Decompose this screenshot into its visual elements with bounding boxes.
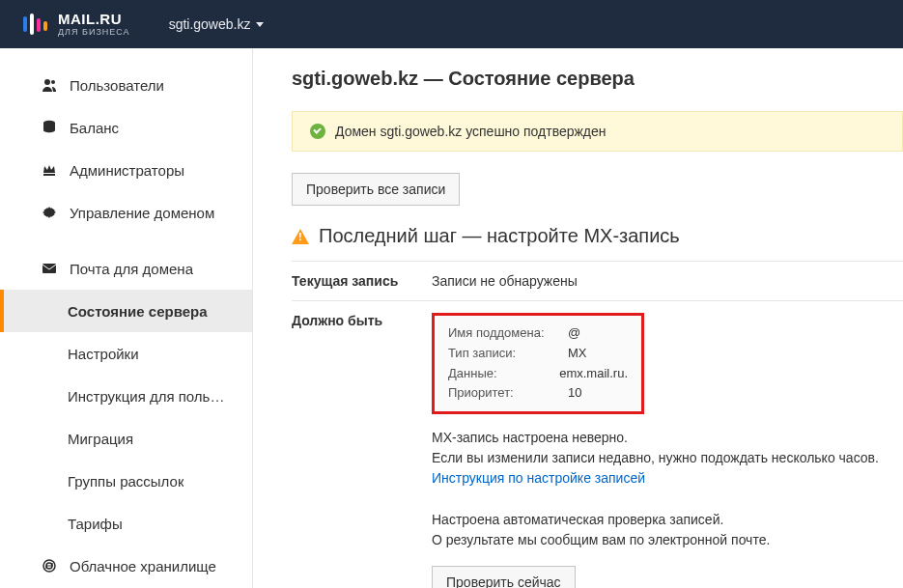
sidebar-item-settings[interactable]: Настройки bbox=[0, 332, 252, 375]
app-header: MAIL.RU ДЛЯ БИЗНЕСА sgti.goweb.kz bbox=[0, 0, 903, 48]
envelope-icon bbox=[41, 260, 58, 277]
svg-rect-3 bbox=[43, 21, 47, 31]
kv-key: Приоритет: bbox=[448, 383, 554, 404]
sidebar-item-label: Настройки bbox=[68, 346, 139, 362]
current-domain-label: sgti.goweb.kz bbox=[169, 16, 251, 32]
sidebar-item-server-status[interactable]: Состояние сервера bbox=[0, 290, 252, 332]
sidebar-item-label: Миграция bbox=[68, 431, 133, 447]
sidebar-item-users[interactable]: Пользователи bbox=[0, 64, 252, 106]
sidebar-item-label: Тарифы bbox=[68, 516, 123, 532]
users-icon bbox=[41, 76, 58, 94]
sidebar-item-label: Инструкция для поль… bbox=[68, 388, 224, 405]
check-circle-icon bbox=[310, 124, 325, 139]
followup-line: Настроена автоматическая проверка записе… bbox=[432, 510, 903, 530]
sidebar-item-label: Облачное хранилище bbox=[41, 558, 216, 574]
sidebar-item-migration[interactable]: Миграция bbox=[0, 417, 252, 460]
mx-setup-heading: Последний шаг — настройте МХ-запись bbox=[292, 225, 903, 247]
sidebar: Пользователи Баланс Администраторы Управ… bbox=[0, 48, 253, 588]
check-all-records-button[interactable]: Проверить все записи bbox=[292, 173, 460, 206]
table-row: Должно быть Имя поддомена:@ Тип записи:M… bbox=[292, 301, 903, 588]
expected-record-label: Должно быть bbox=[292, 313, 432, 588]
sidebar-item-domain-mail[interactable]: Почта для домена bbox=[0, 247, 252, 290]
gear-icon bbox=[41, 204, 58, 221]
kv-key: Имя поддомена: bbox=[448, 323, 554, 344]
alert-domain-verified: Домен sgti.goweb.kz успешно подтвержден bbox=[292, 111, 903, 152]
expected-mx-box: Имя поддомена:@ Тип записи:MX Данные:emx… bbox=[432, 313, 644, 414]
page-title: sgti.goweb.kz — Состояние сервера bbox=[292, 68, 903, 90]
kv-value: @ bbox=[568, 323, 580, 344]
sidebar-item-tariffs[interactable]: Тарифы bbox=[0, 502, 252, 545]
domain-switcher[interactable]: sgti.goweb.kz bbox=[169, 16, 265, 32]
mx-info-table: Текущая запись Записи не обнаружены Долж… bbox=[292, 261, 903, 588]
setup-instructions-link[interactable]: Инструкция по настройке записей bbox=[432, 470, 645, 486]
sidebar-item-admins[interactable]: Администраторы bbox=[0, 149, 252, 191]
stack-icon bbox=[41, 119, 58, 136]
alert-text: Домен sgti.goweb.kz успешно подтвержден bbox=[335, 124, 607, 139]
current-record-label: Текущая запись bbox=[292, 273, 432, 289]
svg-rect-1 bbox=[30, 14, 34, 35]
cloud-refresh-icon bbox=[41, 557, 58, 574]
sidebar-item-mailing-groups[interactable]: Группы рассылок bbox=[0, 460, 252, 502]
svg-point-4 bbox=[44, 79, 50, 85]
sidebar-item-label: Администраторы bbox=[41, 162, 184, 179]
sidebar-item-label: Управление доменом bbox=[41, 205, 214, 221]
mx-hint-block: MX-запись настроена неверно. Если вы изм… bbox=[432, 428, 903, 489]
sidebar-item-label: Пользователи bbox=[41, 77, 164, 94]
sidebar-item-user-guide[interactable]: Инструкция для поль… bbox=[0, 375, 252, 417]
heading-text: Последний шаг — настройте МХ-запись bbox=[319, 225, 680, 247]
table-row: Текущая запись Записи не обнаружены bbox=[292, 262, 903, 301]
svg-point-5 bbox=[51, 80, 55, 84]
followup-line: О результате мы сообщим вам по электронн… bbox=[432, 530, 903, 550]
sidebar-item-label: Почта для домена bbox=[41, 261, 193, 277]
kv-value: MX bbox=[568, 344, 587, 364]
chevron-down-icon bbox=[256, 22, 264, 27]
logo-sub-text: ДЛЯ БИЗНЕСА bbox=[58, 28, 130, 37]
svg-rect-0 bbox=[23, 16, 27, 32]
svg-rect-7 bbox=[42, 264, 56, 273]
hint-line: Если вы изменили записи недавно, нужно п… bbox=[432, 448, 903, 468]
main-content: sgti.goweb.kz — Состояние сервера Домен … bbox=[253, 48, 903, 588]
kv-key: Тип записи: bbox=[448, 344, 554, 364]
sidebar-item-label: Состояние сервера bbox=[68, 303, 208, 320]
warning-triangle-icon bbox=[292, 229, 309, 244]
sidebar-item-label: Группы рассылок bbox=[68, 473, 183, 490]
kv-value: 10 bbox=[568, 383, 581, 404]
auto-check-note: Настроена автоматическая проверка записе… bbox=[432, 510, 903, 550]
kv-value: emx.mail.ru. bbox=[559, 364, 628, 384]
hint-line: MX-запись настроена неверно. bbox=[432, 428, 903, 448]
sidebar-item-domain-management[interactable]: Управление доменом bbox=[0, 191, 252, 234]
crown-icon bbox=[41, 161, 58, 179]
sidebar-item-cloud-storage[interactable]: Облачное хранилище bbox=[0, 545, 252, 587]
logo-main-text: MAIL.RU bbox=[58, 12, 130, 26]
svg-rect-2 bbox=[37, 18, 41, 32]
logo-icon bbox=[21, 11, 48, 38]
kv-key: Данные: bbox=[448, 364, 546, 384]
logo[interactable]: MAIL.RU ДЛЯ БИЗНЕСА bbox=[21, 11, 130, 38]
current-record-value: Записи не обнаружены bbox=[432, 273, 903, 289]
sidebar-item-balance[interactable]: Баланс bbox=[0, 106, 252, 149]
check-now-button[interactable]: Проверить сейчас bbox=[432, 566, 576, 588]
